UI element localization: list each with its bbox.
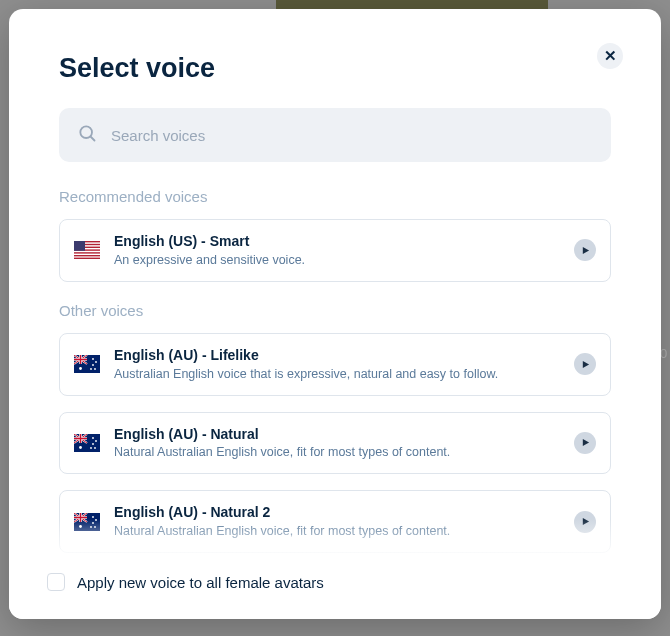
svg-marker-27 bbox=[582, 439, 588, 446]
close-icon: ✕ bbox=[604, 47, 617, 65]
svg-point-21 bbox=[79, 446, 82, 449]
voice-card[interactable]: English (AU) - Lifelike Australian Engli… bbox=[59, 333, 611, 396]
svg-point-30 bbox=[92, 516, 94, 518]
svg-point-17 bbox=[90, 368, 92, 370]
search-field[interactable] bbox=[59, 108, 611, 162]
play-icon bbox=[581, 246, 590, 255]
select-voice-modal: ✕ Select voice Recommended voices Englis… bbox=[9, 9, 661, 619]
flag-au-icon bbox=[74, 434, 100, 452]
svg-marker-19 bbox=[582, 361, 588, 368]
svg-point-13 bbox=[79, 367, 82, 370]
svg-point-25 bbox=[90, 447, 92, 449]
apply-all-checkbox[interactable] bbox=[47, 573, 65, 591]
voice-card[interactable]: English (US) - Smart An expressive and s… bbox=[59, 219, 611, 282]
flag-au-icon bbox=[74, 355, 100, 373]
voice-desc: Australian English voice that is express… bbox=[114, 366, 560, 383]
other-section-label: Other voices bbox=[59, 302, 611, 319]
svg-point-29 bbox=[79, 525, 82, 528]
svg-point-16 bbox=[92, 364, 94, 366]
svg-point-33 bbox=[90, 526, 92, 528]
voice-name: English (AU) - Natural bbox=[114, 425, 560, 444]
voice-name: English (AU) - Natural 2 bbox=[114, 503, 560, 522]
voice-text: English (AU) - Natural 2 Natural Austral… bbox=[114, 503, 560, 540]
modal-footer: Apply new voice to all female avatars bbox=[9, 555, 661, 619]
voice-text: English (US) - Smart An expressive and s… bbox=[114, 232, 560, 269]
voice-desc: Natural Australian English voice, fit fo… bbox=[114, 444, 560, 461]
voice-desc: Natural Australian English voice, fit fo… bbox=[114, 523, 560, 540]
voice-text: English (AU) - Lifelike Australian Engli… bbox=[114, 346, 560, 383]
svg-rect-8 bbox=[74, 255, 100, 256]
voice-card[interactable]: English (AU) - Natural Natural Australia… bbox=[59, 412, 611, 475]
svg-point-18 bbox=[94, 368, 96, 370]
voice-name: English (US) - Smart bbox=[114, 232, 560, 251]
voice-desc: An expressive and sensitive voice. bbox=[114, 252, 560, 269]
close-button[interactable]: ✕ bbox=[597, 43, 623, 69]
play-icon bbox=[581, 360, 590, 369]
svg-point-24 bbox=[92, 443, 94, 445]
play-icon bbox=[581, 438, 590, 447]
apply-all-label: Apply new voice to all female avatars bbox=[77, 574, 324, 591]
play-button[interactable] bbox=[574, 353, 596, 375]
svg-point-14 bbox=[92, 358, 94, 360]
play-icon bbox=[581, 517, 590, 526]
svg-point-34 bbox=[94, 526, 96, 528]
svg-point-23 bbox=[95, 440, 97, 442]
play-button[interactable] bbox=[574, 239, 596, 261]
flag-au-icon bbox=[74, 513, 100, 531]
play-button[interactable] bbox=[574, 432, 596, 454]
search-icon bbox=[77, 123, 97, 147]
svg-point-22 bbox=[92, 437, 94, 439]
svg-point-32 bbox=[92, 522, 94, 524]
svg-rect-9 bbox=[74, 258, 100, 259]
svg-point-31 bbox=[95, 519, 97, 521]
svg-point-15 bbox=[95, 361, 97, 363]
voice-card[interactable]: English (AU) - Natural 2 Natural Austral… bbox=[59, 490, 611, 553]
svg-marker-35 bbox=[582, 518, 588, 525]
flag-us-icon bbox=[74, 241, 100, 259]
voice-text: English (AU) - Natural Natural Australia… bbox=[114, 425, 560, 462]
svg-rect-10 bbox=[74, 241, 85, 251]
search-input[interactable] bbox=[111, 127, 593, 144]
modal-title: Select voice bbox=[59, 53, 611, 84]
play-button[interactable] bbox=[574, 511, 596, 533]
svg-rect-7 bbox=[74, 253, 100, 254]
svg-point-26 bbox=[94, 447, 96, 449]
svg-line-1 bbox=[91, 137, 95, 141]
svg-marker-11 bbox=[582, 247, 588, 254]
voice-name: English (AU) - Lifelike bbox=[114, 346, 560, 365]
recommended-section-label: Recommended voices bbox=[59, 188, 611, 205]
